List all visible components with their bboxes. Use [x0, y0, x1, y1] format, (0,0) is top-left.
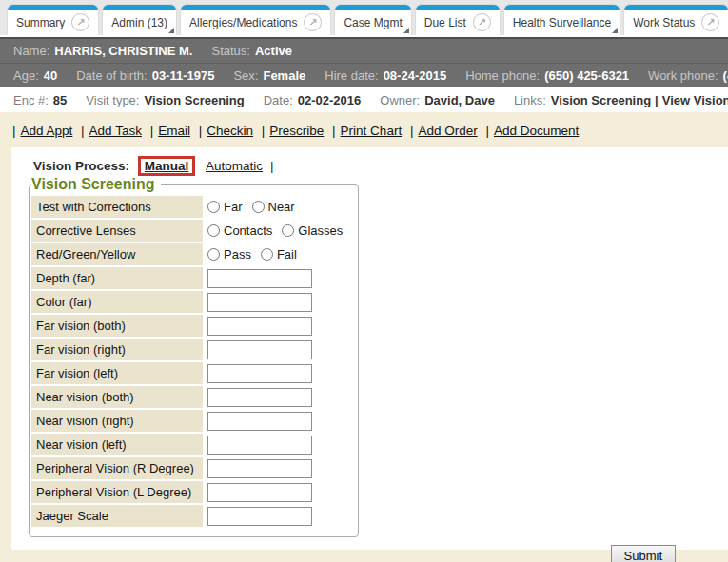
form-row: Peripheral Vision (L Degree)	[31, 481, 352, 503]
link-view-vision-screening[interactable]: View Vision Screening	[662, 93, 728, 107]
tab-label: Work Status	[633, 16, 695, 29]
far-vision-left-input[interactable]	[207, 364, 312, 383]
submit-row: Submit	[11, 545, 728, 562]
far-vision-both-input[interactable]	[207, 317, 312, 336]
row-label: Jaeger Scale	[31, 505, 203, 527]
radio-glasses[interactable]: Glasses	[282, 223, 343, 238]
form-row: Peripheral Vision (R Degree)	[31, 457, 352, 479]
form-row: Near vision (right)	[31, 410, 352, 432]
separator: |	[485, 124, 489, 138]
print-chart-link[interactable]: Print Chart	[341, 124, 403, 138]
row-field	[203, 269, 312, 288]
row-label: Corrective Lenses	[31, 220, 203, 242]
row-label: Far vision (left)	[31, 362, 203, 384]
action-links-row: |Add Appt |Add Task |Email |Checkin |Pre…	[0, 112, 728, 147]
visit-type-field: Visit type:Vision Screening	[86, 93, 244, 107]
vision-screening-form: Vision Screening Test with Corrections F…	[29, 176, 359, 537]
radio-pass-input[interactable]	[207, 248, 220, 261]
external-link-icon[interactable]: ↗	[71, 13, 89, 31]
form-row: Red/Green/Yellow Pass Fail	[31, 243, 352, 265]
sex-field: Sex:Female	[233, 68, 305, 83]
radio-far-input[interactable]	[207, 201, 220, 213]
row-field	[203, 459, 312, 478]
color-far-input[interactable]	[207, 293, 312, 312]
vision-process-row: Vision Process: Manual Automatic |	[33, 156, 728, 176]
tab-label: Summary	[16, 16, 65, 29]
separator: |	[270, 159, 274, 173]
content-background: |Add Appt |Add Task |Email |Checkin |Pre…	[0, 112, 728, 562]
row-label: Peripheral Vision (R Degree)	[31, 457, 203, 479]
far-vision-right-input[interactable]	[207, 340, 312, 359]
radio-contacts-input[interactable]	[207, 224, 220, 237]
form-row: Corrective Lenses Contacts Glasses	[31, 220, 352, 242]
row-label: Peripheral Vision (L Degree)	[31, 481, 203, 503]
form-row: Far vision (right)	[31, 339, 352, 360]
radio-contacts[interactable]: Contacts	[207, 223, 272, 238]
vision-process-label: Vision Process:	[33, 159, 129, 173]
prescribe-link[interactable]: Prescribe	[269, 124, 324, 138]
external-link-icon[interactable]: ↗	[473, 13, 491, 31]
row-label: Depth (far)	[31, 267, 203, 289]
checkin-link[interactable]: Checkin	[207, 124, 253, 138]
radio-glasses-input[interactable]	[282, 224, 294, 237]
peripheral-vision-r-input[interactable]	[207, 459, 312, 478]
tab-case-mgmt[interactable]: Case Mgmt	[335, 5, 410, 35]
add-document-link[interactable]: Add Document	[494, 124, 579, 138]
row-label: Color (far)	[31, 291, 203, 313]
form-row: Near vision (left)	[31, 434, 352, 455]
jaeger-scale-input[interactable]	[207, 507, 312, 526]
add-appt-link[interactable]: Add Appt	[21, 124, 73, 138]
tab-due-list[interactable]: Due List ↗	[416, 5, 500, 35]
tab-label: Allergies/Medications	[189, 16, 297, 29]
peripheral-vision-l-input[interactable]	[207, 483, 312, 502]
links-field: Links:Vision Screening|View Vision Scree…	[514, 93, 728, 107]
near-vision-right-input[interactable]	[207, 412, 312, 431]
add-order-link[interactable]: Add Order	[418, 124, 477, 138]
tab-work-status[interactable]: Work Status ↗	[624, 5, 728, 35]
row-field	[203, 412, 312, 431]
submit-button[interactable]: Submit	[611, 545, 676, 562]
external-link-icon[interactable]: ↗	[701, 13, 719, 31]
row-label: Test with Corrections	[31, 196, 203, 218]
tab-label: Admin (13)	[111, 16, 167, 29]
row-label: Far vision (right)	[31, 339, 203, 360]
near-vision-both-input[interactable]	[207, 388, 312, 407]
separator: |	[150, 124, 154, 138]
radio-fail[interactable]: Fail	[261, 247, 297, 262]
depth-far-input[interactable]	[207, 269, 312, 288]
work-phone-field: Work phone:(407) 939	[648, 68, 728, 83]
external-link-icon[interactable]: ↗	[304, 13, 322, 31]
tab-admin[interactable]: Admin (13)	[103, 5, 176, 35]
radio-near-input[interactable]	[252, 201, 265, 213]
row-field	[203, 483, 312, 502]
add-task-link[interactable]: Add Task	[89, 124, 142, 138]
email-link[interactable]: Email	[158, 124, 190, 138]
row-label: Red/Green/Yellow	[31, 243, 203, 265]
name-field: Name:HARRIS, CHRISTINE M.	[13, 44, 192, 58]
radio-far[interactable]: Far	[207, 200, 243, 214]
link-vision-screening[interactable]: Vision Screening	[551, 93, 651, 107]
form-legend: Vision Screening	[31, 176, 161, 193]
separator: |	[262, 124, 266, 138]
radio-pass[interactable]: Pass	[207, 247, 251, 262]
form-row: Depth (far)	[31, 267, 352, 289]
form-row: Jaeger Scale	[31, 505, 352, 527]
dropdown-corner-icon	[168, 28, 174, 33]
vision-process-automatic-link[interactable]: Automatic	[206, 159, 263, 173]
row-field: Far Near	[203, 200, 305, 214]
radio-near[interactable]: Near	[252, 200, 295, 214]
tab-summary[interactable]: Summary ↗	[8, 5, 98, 35]
vision-process-manual-link[interactable]: Manual	[145, 159, 189, 173]
tab-allergies-medications[interactable]: Allergies/Medications ↗	[181, 5, 330, 35]
near-vision-left-input[interactable]	[207, 436, 312, 455]
row-field	[203, 507, 312, 526]
form-row: Far vision (left)	[31, 362, 352, 384]
tab-label: Due List	[424, 16, 466, 29]
tab-bar: Summary ↗ Admin (13) Allergies/Medicatio…	[0, 0, 728, 35]
radio-fail-input[interactable]	[261, 248, 273, 261]
row-field	[203, 436, 312, 455]
tab-health-surveillance[interactable]: Health Surveillance	[504, 5, 620, 35]
separator: |	[655, 93, 659, 107]
row-field: Contacts Glasses	[203, 223, 352, 238]
separator: |	[12, 124, 16, 138]
